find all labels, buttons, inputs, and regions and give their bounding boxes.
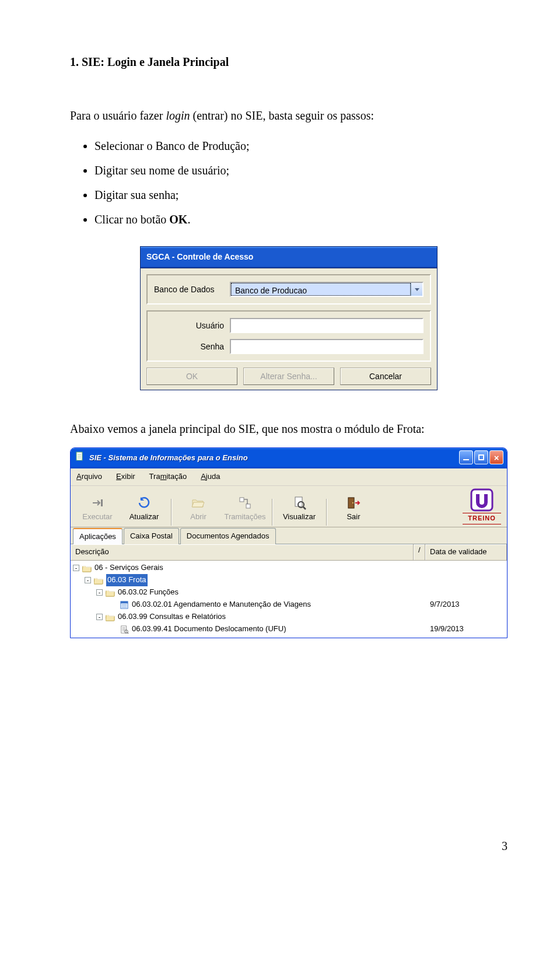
tree-grid: -06 - Serviços Gerais-06.03 Frota-06.03.…	[71, 561, 507, 638]
cancelar-button[interactable]: Cancelar	[340, 368, 431, 385]
tree-indent	[73, 617, 96, 617]
tree-row[interactable]: 06.03.99.41 Documento Deslocamento (UFU)…	[71, 623, 507, 635]
tree-row[interactable]: 06.03.02.01 Agendamento e Manutenção de …	[71, 599, 507, 611]
toolbtn-visualizar[interactable]: Visualizar	[276, 493, 323, 526]
minimize-button[interactable]	[459, 450, 473, 464]
label-senha: Senha	[154, 340, 230, 353]
input-senha[interactable]	[230, 339, 424, 354]
window-buttons: ×	[459, 450, 503, 464]
toolbar-separator	[272, 499, 272, 526]
grid-header: Descrição / Data de validade	[71, 544, 507, 561]
minimize-icon	[463, 459, 469, 460]
open-folder-icon	[191, 495, 205, 511]
close-icon: ×	[494, 453, 499, 462]
toolbtn-label: Visualizar	[283, 511, 316, 523]
folder-icon	[105, 588, 116, 597]
tree-cell-desc: -06 - Serviços Gerais	[73, 562, 425, 574]
tree-collapse-toggle[interactable]: -	[96, 589, 103, 596]
tree-collapse-toggle[interactable]: -	[96, 614, 103, 620]
toolbtn-abrir[interactable]: Abrir	[175, 493, 222, 526]
tabstrip: Aplicações Caixa Postal Documentos Agend…	[71, 527, 507, 545]
tree-row[interactable]: -06 - Serviços Gerais	[71, 562, 507, 574]
tree-indent	[73, 580, 85, 580]
tree-row[interactable]: -06.03.02 Funções	[71, 586, 507, 599]
folder-icon	[82, 564, 92, 573]
ok-button[interactable]: OK	[146, 368, 237, 385]
tree-row[interactable]: -06.03 Frota	[71, 574, 507, 586]
ufu-logo-icon	[470, 488, 494, 512]
sie-window: SIE - Sistema de Informações para o Ensi…	[70, 447, 508, 638]
tree-label: 06.03.99.41 Documento Deslocamento (UFU)	[132, 623, 286, 635]
maximize-icon	[478, 454, 484, 460]
tree-row[interactable]: -06.03.99 Consultas e Relatórios	[71, 611, 507, 623]
login-dialog: SGCA - Controle de Acesso Banco de Dados…	[140, 246, 438, 390]
tree-cell-date: 9/7/2013	[425, 599, 507, 611]
sie-body: Arquivo Exibir Tramitação Ajuda Executar…	[71, 468, 507, 638]
report-icon	[119, 625, 130, 634]
toolbar-separator	[326, 499, 327, 526]
input-usuario[interactable]	[230, 318, 424, 333]
tree-label: 06 - Serviços Gerais	[94, 562, 163, 574]
sie-titlebar: SIE - Sistema de Informações para o Ensi…	[71, 448, 507, 468]
chevron-down-icon	[415, 288, 419, 291]
step-last-pre: Clicar no botão	[94, 213, 169, 226]
menu-exibir[interactable]: Exibir	[116, 471, 135, 483]
intro-em: login	[166, 109, 190, 122]
toolbtn-label: Atualizar	[130, 511, 159, 523]
menu-arquivo[interactable]: Arquivo	[76, 471, 102, 483]
toolbar-separator	[171, 499, 172, 526]
menu-ajuda[interactable]: Ajuda	[201, 471, 220, 483]
login-body: Banco de Dados Banco de Producao Usuário…	[141, 268, 437, 390]
tree-collapse-toggle[interactable]: -	[85, 577, 91, 583]
logo-treino-label: TREINO	[463, 513, 501, 524]
col-descricao[interactable]: Descrição	[71, 544, 414, 560]
toolbtn-atualizar[interactable]: Atualizar	[121, 493, 167, 526]
sie-screenshot: SIE - Sistema de Informações para o Ensi…	[70, 447, 508, 638]
tab-documentos-agendados[interactable]: Documentos Agendados	[180, 528, 276, 545]
menu-tramitacao[interactable]: Tramitação	[149, 471, 187, 483]
folder-icon	[93, 576, 104, 585]
tree-collapse-toggle[interactable]: -	[73, 565, 79, 571]
tab-caixa-postal[interactable]: Caixa Postal	[124, 528, 179, 545]
toolbtn-executar[interactable]: Executar	[74, 493, 121, 526]
tree-indent	[73, 629, 108, 629]
col-validade[interactable]: Data de validade	[425, 544, 507, 560]
folder-icon	[105, 613, 116, 622]
alterar-senha-button[interactable]: Alterar Senha...	[243, 368, 334, 385]
flow-icon	[238, 495, 252, 511]
menu-tram-und: m	[160, 472, 167, 481]
label-banco-dados: Banco de Dados	[154, 283, 230, 296]
combo-banco-dados[interactable]: Banco de Producao	[230, 282, 424, 297]
close-button[interactable]: ×	[489, 450, 503, 464]
magnifier-icon	[292, 495, 306, 511]
toolbtn-sair[interactable]: Sair	[330, 493, 377, 526]
tree-cell-desc: -06.03.99 Consultas e Relatórios	[73, 611, 425, 623]
tree-indent	[73, 592, 96, 593]
group-credentials: Usuário Senha	[146, 310, 431, 362]
login-buttons: OK Alterar Senha... Cancelar	[146, 368, 431, 385]
tree-cell-desc: -06.03 Frota	[73, 574, 425, 586]
col-sort-indicator[interactable]: /	[414, 544, 425, 560]
page-icon	[75, 452, 85, 465]
mid-paragraph: Abaixo vemos a janela principal do SIE, …	[70, 419, 508, 438]
step-last-bold: OK	[169, 213, 187, 226]
logo-box: TREINO	[460, 487, 503, 526]
tree-label: 06.03.02 Funções	[118, 586, 178, 599]
refresh-icon	[137, 495, 151, 511]
page-number: 3	[70, 837, 508, 855]
combo-dropdown-button[interactable]	[411, 283, 422, 296]
toolbtn-tramitacoes[interactable]: Tramitações	[222, 493, 268, 526]
tree-indent	[73, 604, 108, 605]
tree-label: 06.03.02.01 Agendamento e Manutenção de …	[132, 599, 311, 611]
tree-toggle-spacer	[108, 626, 117, 632]
menubar: Arquivo Exibir Tramitação Ajuda	[71, 468, 507, 486]
step-item: Digitar seu nome de usuário;	[94, 161, 508, 180]
toolbtn-label: Tramitações	[224, 511, 265, 523]
tree-cell-desc: 06.03.99.41 Documento Deslocamento (UFU)	[73, 623, 425, 635]
tab-aplicacoes[interactable]: Aplicações	[73, 528, 123, 545]
form-icon	[119, 600, 130, 610]
maximize-button[interactable]	[474, 450, 488, 464]
step-item: Digitar sua senha;	[94, 186, 508, 204]
toolbtn-label: Executar	[82, 511, 112, 523]
combo-value[interactable]: Banco de Producao	[231, 283, 411, 296]
